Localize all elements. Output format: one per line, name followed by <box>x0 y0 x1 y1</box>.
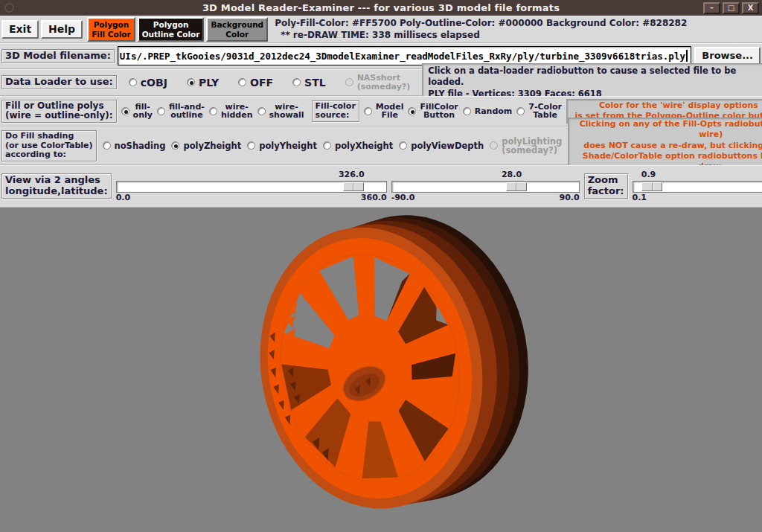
zoom-min: 0.1 <box>633 193 647 203</box>
radio-circle-icon <box>257 107 266 115</box>
radio-noshading[interactable]: noShading <box>103 141 166 150</box>
longitude-thumb[interactable] <box>343 182 364 191</box>
radio-circle-icon <box>399 141 407 150</box>
title-bar: 3D Model Reader-Examiner --- for various… <box>0 0 762 16</box>
polygon-outline-color-button[interactable]: Polygon Outline Color <box>138 17 205 42</box>
latitude-slider: 28.0 -90.0 90.0 <box>391 170 580 203</box>
zoom-slider: 0.9 0.1 9.9 <box>633 170 762 203</box>
filename-label: 3D Model filename: <box>1 49 115 63</box>
fill-options-label: Fill or Outline polys (wire = outline-on… <box>1 100 117 124</box>
radio-off[interactable]: OFF <box>238 77 273 89</box>
radio-stl[interactable]: STL <box>292 77 326 89</box>
radio-circle-icon <box>292 78 301 86</box>
radio-circle-icon <box>463 107 471 115</box>
exit-button[interactable]: Exit <box>1 20 39 39</box>
loader-info-line1: Click on a data-loader radiobutton to ca… <box>428 65 762 89</box>
radio-polyzheight[interactable]: polyZheight <box>171 141 241 150</box>
view-angles-label: View via 2 angles longitude,latitude: <box>1 173 112 199</box>
longitude-min: 0.0 <box>116 193 131 203</box>
radio-circle-icon <box>129 78 137 86</box>
radio-circle-icon <box>209 107 217 115</box>
radio-nasshort: NASshort (someday?) <box>345 74 411 91</box>
radio-source-model-file[interactable]: ModelFile <box>364 103 404 120</box>
view-controls-row: View via 2 angles longitude,latitude: 32… <box>0 165 762 208</box>
maximize-button[interactable]: □ <box>723 2 740 14</box>
radio-fill-and-outline[interactable]: fill-and-outline <box>157 103 205 120</box>
radio-source-7color-table[interactable]: 7-ColorTable <box>516 103 562 120</box>
radio-circle-icon <box>516 107 525 115</box>
latitude-min: -90.0 <box>391 193 415 203</box>
radio-source-fillcolor-button[interactable]: FillColorButton <box>408 103 458 120</box>
fill-color-source-label: Fill-color source: <box>312 100 359 122</box>
latitude-thumb[interactable] <box>506 182 527 191</box>
radio-circle-icon <box>345 78 353 86</box>
longitude-slider: 326.0 0.0 360.0 <box>116 170 387 203</box>
zoom-trough[interactable] <box>633 181 762 193</box>
radio-fill-only[interactable]: fill-only <box>121 103 153 120</box>
radio-ply[interactable]: PLY <box>187 77 219 89</box>
longitude-trough[interactable] <box>116 181 387 193</box>
close-button[interactable]: X <box>742 2 759 14</box>
radio-wire-showall[interactable]: wire-showall <box>257 103 304 120</box>
radio-polyyheight[interactable]: polyYheight <box>247 141 317 150</box>
loader-label: Data Loader to use: <box>1 75 117 89</box>
radio-circle-icon <box>247 141 255 150</box>
radio-cobj[interactable]: cOBJ <box>129 77 167 89</box>
longitude-value: 326.0 <box>339 170 365 179</box>
longitude-max: 360.0 <box>361 193 387 203</box>
render-viewport[interactable] <box>0 208 762 532</box>
radio-circle-icon <box>490 141 498 150</box>
polygon-fill-color-button[interactable]: Polygon Fill Color <box>87 17 135 42</box>
turbine-wheel-model <box>0 208 762 532</box>
help-button[interactable]: Help <box>41 20 83 39</box>
radio-circle-icon <box>121 107 129 115</box>
app-window: 3D Model Reader-Examiner --- for various… <box>0 0 762 532</box>
radio-polylighting: polyLighting(someday?) <box>490 137 562 155</box>
radio-circle-icon <box>238 78 246 86</box>
button-row: Exit Help Polygon Fill Color Polygon Out… <box>0 16 762 43</box>
latitude-value: 28.0 <box>502 170 522 179</box>
radio-polyviewdepth[interactable]: polyViewDepth <box>399 141 484 150</box>
radio-circle-icon <box>364 107 372 115</box>
minimize-button[interactable]: – <box>703 2 720 14</box>
zoom-factor-label: Zoom factor: <box>584 173 628 199</box>
radio-circle-icon <box>323 141 331 150</box>
zoom-thumb[interactable] <box>641 182 662 191</box>
color-status-text: Poly-Fill-Color: #FF5700 Poly-Outline-Co… <box>275 18 687 41</box>
radio-circle-icon <box>171 141 179 150</box>
filename-value: UIs/.PREP_tkGooies/9031d_2012dec24_3Dmod… <box>120 51 685 62</box>
radio-source-random[interactable]: Random <box>463 107 513 116</box>
redraw-time-text: ** re-DRAW TIME: 338 millisecs elapsed <box>275 30 687 42</box>
radio-circle-icon <box>103 141 111 150</box>
background-color-button[interactable]: Background Color <box>206 17 268 42</box>
radio-circle-icon <box>408 107 416 115</box>
zoom-value: 0.9 <box>641 170 656 179</box>
radio-wire-hidden[interactable]: wire-hidden <box>209 103 253 120</box>
radio-circle-icon <box>157 107 165 115</box>
shading-label: Do Fill shading (or use ColorTable) acco… <box>1 130 97 161</box>
loader-row: Data Loader to use: cOBJ PLY OFF STL <box>0 69 762 96</box>
shading-row: Do Fill shading (or use ColorTable) acco… <box>0 126 762 165</box>
latitude-trough[interactable] <box>391 181 580 193</box>
radio-circle-icon <box>187 78 195 86</box>
latitude-max: 90.0 <box>559 193 579 203</box>
radio-polyxheight[interactable]: polyXheight <box>323 141 393 150</box>
window-title: 3D Model Reader-Examiner --- for various… <box>0 2 762 13</box>
color-status-line1: Poly-Fill-Color: #FF5700 Poly-Outline-Co… <box>275 18 687 30</box>
text-caret <box>686 50 688 62</box>
